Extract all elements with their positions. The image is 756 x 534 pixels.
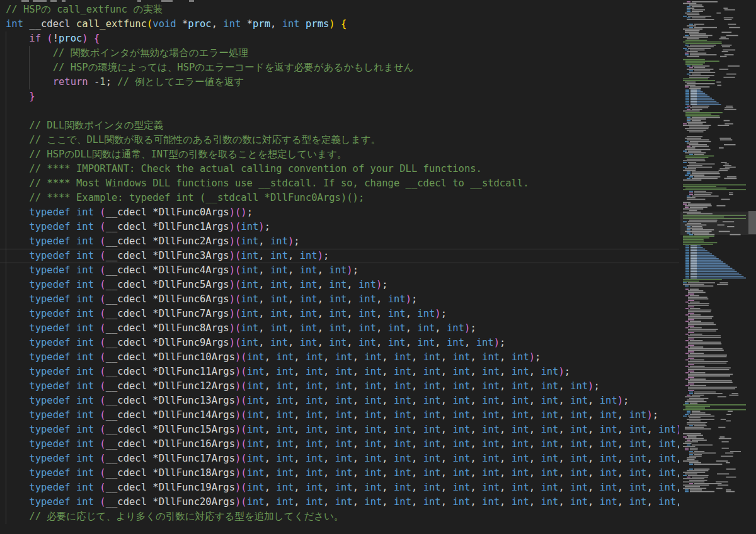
code-line: typedef int (__cdecl *DllFunc17Args)(int…: [0, 452, 679, 466]
code-line: typedef int (__cdecl *DllFunc5Args)(int,…: [0, 278, 679, 292]
clipped-text-fragment: [21, 0, 29, 2]
code-line: typedef int (__cdecl *DllFunc1Args)(int)…: [0, 220, 679, 234]
code-line: typedef int (__cdecl *DllFunc11Args)(int…: [0, 365, 679, 379]
code-line: // 必要に応じて、より多くの引数に対応する型を追加してください。: [0, 509, 679, 524]
indent-guide: [6, 31, 6, 524]
code-line: return -1; // 例としてエラー値を返す: [0, 75, 679, 89]
code-line: typedef int (__cdecl *DllFunc19Args)(int…: [0, 480, 679, 495]
code-line: typedef int (__cdecl *DllFunc12Args)(int…: [0, 379, 679, 394]
code-line: typedef int (__cdecl *DllFunc20Args)(int…: [0, 495, 679, 509]
code-line: // DLL関数ポインタの型定義: [0, 118, 679, 133]
scrollbar-slider[interactable]: [748, 211, 756, 234]
code-line: typedef int (__cdecl *DllFunc9Args)(int,…: [0, 336, 679, 350]
code-line: typedef int (__cdecl *DllFunc0Args)();: [0, 205, 679, 220]
code-line: int __cdecl call_extfunc(void *proc, int…: [0, 17, 679, 31]
code-line: // HSPの環境によっては、HSPのエラーコードを返す必要があるかもしれません: [0, 60, 679, 75]
code-line: typedef int (__cdecl *DllFunc8Args)(int,…: [0, 321, 679, 336]
code-line: typedef int (__cdecl *DllFunc13Args)(int…: [0, 394, 679, 408]
code-line: if (!proc) {: [0, 31, 679, 46]
clipped-text-fragment: [137, 0, 141, 2]
code-line: // HSPの call_extfunc の実装: [0, 3, 679, 17]
editor-window: // HSPの call_extfunc の実装int __cdecl call…: [0, 0, 756, 534]
code-line: typedef int (__cdecl *DllFunc15Args)(int…: [0, 423, 679, 437]
indent-guide: [29, 46, 30, 89]
code-line: [0, 104, 679, 118]
clipped-text-fragment: [161, 0, 173, 2]
code-line: typedef int (__cdecl *DllFunc18Args)(int…: [0, 466, 679, 480]
minimap-region: [680, 0, 756, 534]
code-line: // **** IMPORTANT: Check the actual call…: [0, 162, 679, 176]
code-line: // ここで、DLL関数が取る可能性のある引数の数に対応する型を定義します。: [0, 133, 679, 147]
code-line: typedef int (__cdecl *DllFunc2Args)(int,…: [0, 234, 679, 249]
code-lines: // HSPの call_extfunc の実装int __cdecl call…: [0, 3, 679, 524]
code-line: // **** Example: typedef int (__stdcall …: [0, 191, 679, 205]
code-area[interactable]: // HSPの call_extfunc の実装int __cdecl call…: [0, 0, 679, 534]
code-line: // HSPのDLL関数は通常、INT型の引数を取ることを想定しています。: [0, 147, 679, 162]
clipped-text-fragment: [189, 0, 194, 2]
code-line-current: typedef int (__cdecl *DllFunc3Args)(int,…: [0, 249, 679, 263]
code-line: typedef int (__cdecl *DllFunc4Args)(int,…: [0, 263, 679, 278]
code-line: typedef int (__cdecl *DllFunc14Args)(int…: [0, 408, 679, 423]
code-line: typedef int (__cdecl *DllFunc10Args)(int…: [0, 350, 679, 365]
code-line: typedef int (__cdecl *DllFunc7Args)(int,…: [0, 307, 679, 321]
code-line: typedef int (__cdecl *DllFunc16Args)(int…: [0, 437, 679, 452]
minimap[interactable]: [680, 0, 756, 534]
code-line: // **** Most Windows DLL functions use _…: [0, 176, 679, 191]
clipped-text-fragment: [62, 0, 66, 2]
code-line: // 関数ポインタが無効な場合のエラー処理: [0, 46, 679, 60]
clipped-text-fragment: [50, 0, 57, 2]
clipped-text-fragment: [33, 0, 47, 2]
code-line: }: [0, 89, 679, 104]
code-line: typedef int (__cdecl *DllFunc6Args)(int,…: [0, 292, 679, 307]
